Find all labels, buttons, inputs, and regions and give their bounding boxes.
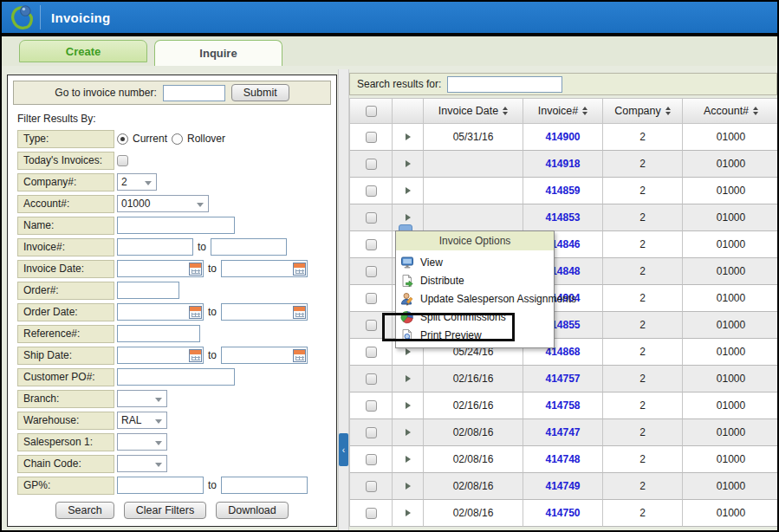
ship-date-from-input[interactable] [118, 348, 189, 362]
select-all-checkbox[interactable] [366, 106, 377, 117]
calendar-icon[interactable] [189, 306, 202, 319]
row-checkbox[interactable] [366, 293, 377, 304]
row-checkbox[interactable] [366, 427, 377, 438]
gp-to-input[interactable] [221, 477, 308, 494]
row-select-cell [350, 419, 393, 446]
row-checkbox[interactable] [366, 373, 377, 385]
row-expand-arrow-icon[interactable] [406, 456, 411, 463]
row-expand-arrow-icon[interactable] [406, 133, 411, 140]
type-rollover-radio[interactable] [172, 133, 183, 145]
column-header-account[interactable]: Account# [683, 98, 779, 124]
warehouse-select[interactable]: RAL [117, 412, 167, 429]
account-cell: 01000 [683, 151, 779, 178]
row-expand-arrow-icon[interactable] [406, 348, 411, 355]
row-checkbox[interactable] [366, 320, 377, 331]
gp-from-input[interactable] [117, 477, 204, 494]
row-expand-arrow-icon[interactable] [406, 160, 411, 167]
row-checkbox[interactable] [366, 212, 377, 224]
invoice-link[interactable]: 414747 [545, 426, 580, 438]
chain-code-select[interactable] [117, 455, 167, 472]
menu-item-split-commissions[interactable]: Split Commissions [398, 308, 552, 326]
menu-item-distribute[interactable]: Distribute [398, 271, 552, 289]
table-row: 414859201000 [350, 178, 777, 204]
calendar-icon[interactable] [293, 349, 306, 362]
name-input[interactable] [117, 217, 235, 234]
menu-item-print-preview[interactable]: Print Preview [398, 326, 552, 344]
company-cell: 2 [603, 473, 683, 500]
company-cell: 2 [603, 151, 683, 178]
invoice-number-from-input[interactable] [117, 238, 193, 256]
company-select[interactable]: 2 [117, 173, 157, 191]
order-date-to-input[interactable] [222, 305, 293, 319]
invoice-date-from-input[interactable] [118, 262, 189, 276]
company-cell: 2 [603, 178, 683, 204]
download-button[interactable]: Download [216, 502, 289, 519]
type-current-radio[interactable] [117, 133, 128, 145]
invoice-link[interactable]: 414758 [545, 399, 580, 412]
order-number-input[interactable] [117, 282, 179, 299]
row-select-cell [350, 446, 393, 473]
invoice-link[interactable]: 414750 [545, 507, 580, 519]
customer-po-input[interactable] [117, 368, 235, 386]
calendar-icon[interactable] [189, 263, 202, 276]
invoice-number-to-input[interactable] [211, 238, 287, 256]
account-cell: 01000 [683, 393, 779, 419]
row-checkbox[interactable] [366, 347, 377, 358]
tab-inquire[interactable]: Inquire [154, 40, 282, 66]
invoice-link[interactable]: 414748 [545, 453, 580, 465]
search-button[interactable]: Search [55, 502, 114, 519]
calendar-icon[interactable] [189, 349, 202, 362]
invoice-link[interactable]: 414757 [545, 373, 580, 385]
invoice-date-cell [424, 204, 523, 231]
reference-input[interactable] [117, 325, 200, 342]
calendar-icon[interactable] [293, 263, 306, 276]
row-expand-cell [393, 419, 424, 446]
column-header-invoice-date[interactable]: Invoice Date [424, 98, 523, 124]
row-expand-cell [393, 124, 424, 151]
row-expand-arrow-icon[interactable] [406, 214, 411, 221]
row-checkbox[interactable] [366, 508, 377, 519]
filter-row-salesperson: Salesperson 1: [17, 432, 327, 451]
row-checkbox[interactable] [366, 132, 377, 143]
menu-item-label: Distribute [420, 275, 464, 287]
row-expand-cell [393, 366, 424, 393]
menu-item-view[interactable]: View [398, 253, 552, 271]
ship-date-to-input[interactable] [222, 348, 293, 362]
invoice-date-to-input[interactable] [222, 262, 293, 276]
invoice-link[interactable]: 414918 [545, 158, 580, 170]
account-select[interactable]: 01000 [117, 195, 209, 212]
company-cell: 2 [603, 393, 683, 419]
row-expand-arrow-icon[interactable] [406, 187, 411, 194]
row-checkbox[interactable] [366, 400, 377, 412]
calendar-icon[interactable] [293, 306, 306, 319]
collapse-panel-handle[interactable]: ‹ [339, 433, 348, 466]
order-date-from-input[interactable] [118, 305, 189, 319]
row-checkbox[interactable] [366, 266, 377, 277]
todays-invoices-checkbox[interactable] [117, 155, 128, 166]
submit-button[interactable]: Submit [231, 84, 289, 101]
invoice-link[interactable]: 414859 [545, 185, 580, 197]
branch-select[interactable] [117, 390, 167, 407]
tab-create[interactable]: Create [19, 40, 147, 62]
row-checkbox[interactable] [366, 185, 377, 197]
row-expand-arrow-icon[interactable] [406, 509, 411, 516]
column-header-company[interactable]: Company [603, 98, 683, 124]
menu-item-update-salesperson-assignments[interactable]: Update Salesperson Assignments [398, 289, 552, 308]
row-checkbox[interactable] [366, 239, 377, 250]
salesperson-select[interactable] [117, 433, 167, 451]
invoice-link[interactable]: 414749 [545, 480, 580, 492]
invoice-link[interactable]: 414853 [545, 211, 580, 224]
row-select-cell [350, 204, 393, 231]
goto-invoice-input[interactable] [163, 85, 225, 101]
clear-filters-button[interactable]: Clear Filters [124, 502, 206, 519]
row-expand-arrow-icon[interactable] [406, 375, 411, 382]
row-checkbox[interactable] [366, 159, 377, 170]
column-header-invoice-number[interactable]: Invoice# [523, 98, 603, 124]
invoice-link[interactable]: 414900 [545, 131, 580, 143]
row-expand-arrow-icon[interactable] [406, 429, 411, 436]
row-checkbox[interactable] [366, 481, 377, 492]
row-expand-arrow-icon[interactable] [406, 483, 411, 490]
row-expand-arrow-icon[interactable] [406, 402, 411, 409]
row-checkbox[interactable] [366, 454, 377, 465]
search-results-input[interactable] [447, 76, 562, 93]
